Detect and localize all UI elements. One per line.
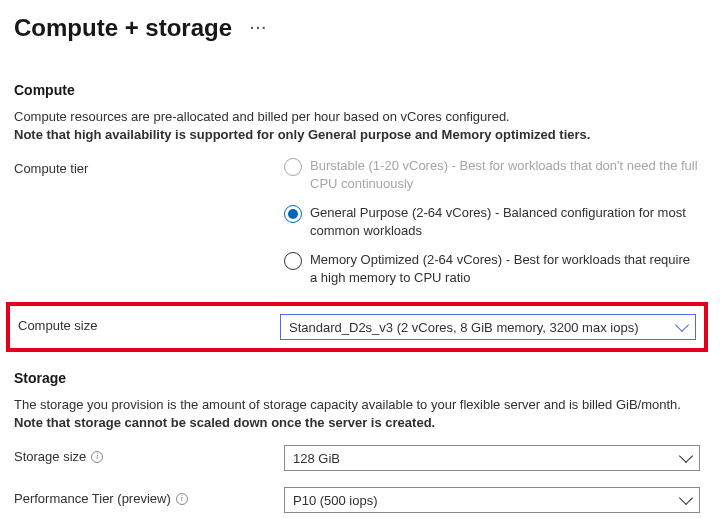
performance-tier-label: Performance Tier (preview) i xyxy=(14,487,284,506)
performance-tier-dropdown[interactable]: P10 (500 iops) xyxy=(284,487,700,513)
storage-size-value: 128 GiB xyxy=(293,451,340,466)
radio-label-memory: Memory Optimized (2-64 vCores) - Best fo… xyxy=(310,251,700,286)
storage-desc-line1: The storage you provision is the amount … xyxy=(14,397,681,412)
compute-size-value: Standard_D2s_v3 (2 vCores, 8 GiB memory,… xyxy=(289,320,638,335)
info-icon[interactable]: i xyxy=(176,493,188,505)
chevron-down-icon xyxy=(679,491,693,505)
compute-size-dropdown[interactable]: Standard_D2s_v3 (2 vCores, 8 GiB memory,… xyxy=(280,314,696,340)
storage-size-label: Storage size i xyxy=(14,445,284,464)
compute-tier-option-general[interactable]: General Purpose (2-64 vCores) - Balanced… xyxy=(284,204,700,239)
compute-desc-line1: Compute resources are pre-allocated and … xyxy=(14,109,510,124)
storage-heading: Storage xyxy=(14,370,700,386)
compute-size-label: Compute size xyxy=(18,314,280,333)
chevron-down-icon xyxy=(679,449,693,463)
compute-tier-option-memory[interactable]: Memory Optimized (2-64 vCores) - Best fo… xyxy=(284,251,700,286)
more-actions-icon[interactable]: ··· xyxy=(250,20,268,36)
radio-label-general: General Purpose (2-64 vCores) - Balanced… xyxy=(310,204,700,239)
chevron-down-icon xyxy=(675,318,689,332)
radio-icon xyxy=(284,158,302,176)
radio-icon xyxy=(284,205,302,223)
compute-tier-option-burstable: Burstable (1-20 vCores) - Best for workl… xyxy=(284,157,700,192)
storage-size-label-text: Storage size xyxy=(14,449,86,464)
compute-desc-line2: Note that high availability is supported… xyxy=(14,127,590,142)
compute-size-highlight: Compute size Standard_D2s_v3 (2 vCores, … xyxy=(6,302,708,352)
info-icon[interactable]: i xyxy=(91,451,103,463)
radio-label-burstable: Burstable (1-20 vCores) - Best for workl… xyxy=(310,157,700,192)
page-title-text: Compute + storage xyxy=(14,14,232,42)
storage-size-dropdown[interactable]: 128 GiB xyxy=(284,445,700,471)
radio-icon xyxy=(284,252,302,270)
page-title: Compute + storage ··· xyxy=(14,14,700,42)
compute-heading: Compute xyxy=(14,82,700,98)
storage-description: The storage you provision is the amount … xyxy=(14,396,700,431)
compute-description: Compute resources are pre-allocated and … xyxy=(14,108,700,143)
performance-tier-value: P10 (500 iops) xyxy=(293,493,378,508)
storage-desc-line2: Note that storage cannot be scaled down … xyxy=(14,415,435,430)
performance-tier-label-text: Performance Tier (preview) xyxy=(14,491,171,506)
compute-tier-label: Compute tier xyxy=(14,157,284,176)
compute-tier-radio-group: Burstable (1-20 vCores) - Best for workl… xyxy=(284,157,700,286)
